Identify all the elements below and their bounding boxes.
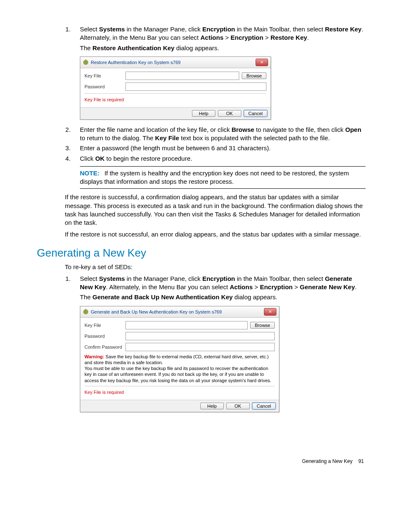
key-file-label: Key File [84, 73, 123, 78]
text: Select [80, 26, 99, 33]
dialog-titlebar: Generate and Back Up New Authentication … [80, 306, 279, 318]
validation-message: Key File is required [84, 93, 266, 105]
warning-text: Save the key backup file to external med… [84, 354, 269, 365]
text: dialog appears. [174, 44, 219, 51]
step-2: Enter the file name and location of the … [72, 126, 366, 143]
help-button[interactable]: Help [200, 403, 224, 409]
key-file-label: Key File [84, 323, 123, 328]
bold: Browse [232, 126, 254, 133]
warning-label: Warning: [84, 354, 104, 359]
bold: Open [345, 126, 361, 133]
text: The [80, 44, 92, 51]
svg-rect-1 [85, 59, 86, 61]
password-input[interactable] [125, 82, 266, 91]
text: dialog appears. [233, 293, 277, 301]
gen-step-1: Select Systems in the Manager Pane, clic… [72, 275, 366, 302]
close-button[interactable]: ✕ [256, 59, 268, 66]
section-intro: To re-key a set of SEDs: [65, 263, 366, 271]
bold: Encryption [260, 283, 292, 290]
text: > [253, 283, 260, 290]
password-label: Password [84, 84, 123, 89]
footer-text: Generating a New Key [302, 458, 353, 464]
text: Enter the file name and location of the … [80, 126, 232, 133]
note-text: If the system is healthy and the encrypt… [80, 170, 349, 185]
note-box: NOTE:If the system is healthy and the en… [80, 166, 366, 189]
bold: Generate and Back Up New Authentication … [92, 293, 233, 301]
warning-block: Warning: Save the key backup file to ext… [84, 354, 275, 383]
bold: Encryption [202, 275, 235, 282]
text: The [80, 293, 92, 301]
app-icon [83, 59, 89, 65]
text: in the Manager Pane, click [125, 275, 202, 282]
confirm-password-input[interactable] [125, 343, 275, 351]
validation-message: Key File is required [84, 386, 275, 397]
note-label: NOTE: [80, 170, 100, 177]
bold: Encryption [202, 26, 235, 33]
bold: Actions [200, 34, 223, 41]
close-icon: ✕ [269, 310, 272, 314]
text: to return to the dialog. The [80, 134, 155, 141]
password-input[interactable] [125, 332, 275, 340]
bold: Restore Key [271, 34, 307, 41]
close-button[interactable]: ✕ [264, 308, 276, 316]
bold: Systems [99, 26, 125, 33]
warning-text: You must be able to use the key backup f… [84, 365, 275, 383]
text: in the Manager Pane, click [125, 26, 202, 33]
text: > [223, 34, 230, 41]
step-4: Click OK to begin the restore procedure. [72, 154, 366, 163]
bold: OK [95, 155, 105, 162]
close-icon: ✕ [260, 60, 263, 64]
cancel-button[interactable]: Cancel [244, 110, 267, 117]
bold: Encryption [230, 34, 263, 41]
svg-rect-3 [85, 309, 86, 311]
cancel-button[interactable]: Cancel [252, 403, 276, 409]
ok-button[interactable]: OK [218, 110, 241, 117]
text: . [307, 34, 309, 41]
generate-key-dialog: Generate and Back Up New Authentication … [80, 306, 279, 412]
restore-auth-key-dialog: Restore Authentication Key on System s76… [80, 57, 271, 120]
step-3: Enter a password (the length must be bet… [72, 144, 366, 152]
browse-button[interactable]: Browse [250, 322, 275, 329]
bold: Actions [230, 283, 253, 290]
dialog-titlebar: Restore Authentication Key on System s76… [80, 57, 271, 68]
step-1: Select Systems in the Manager Pane, clic… [72, 25, 366, 52]
page-footer: Generating a New Key91 [37, 458, 366, 464]
paragraph: If the restore is not successful, an err… [65, 230, 366, 239]
bold: Key File [155, 134, 179, 141]
text: to navigate to the file, then click [254, 126, 345, 133]
confirm-password-label: Confirm Password [84, 344, 123, 350]
text: to begin the restore procedure. [105, 155, 192, 162]
key-file-input[interactable] [125, 321, 248, 329]
text: . [355, 283, 357, 290]
text: > [263, 34, 271, 41]
section-heading: Generating a New Key [37, 247, 366, 260]
text: text box is populated with the selected … [179, 134, 330, 141]
password-label: Password [84, 334, 123, 339]
key-file-input[interactable] [125, 72, 239, 80]
text: Select [80, 275, 99, 282]
paragraph: If the restore is successful, a confirma… [65, 193, 366, 227]
text: . Alternately, in the Menu Bar you can s… [106, 283, 230, 290]
dialog-title-text: Restore Authentication Key on System s76… [91, 60, 181, 65]
text: in the Main Toolbar, then select [235, 275, 325, 282]
bold: Restore Authentication Key [92, 44, 174, 51]
app-icon [83, 309, 89, 315]
dialog-title-text: Generate and Back Up New Authentication … [91, 309, 222, 314]
help-button[interactable]: Help [192, 110, 215, 117]
bold: Restore Key [325, 26, 362, 33]
browse-button[interactable]: Browse [242, 72, 266, 79]
text: > [293, 283, 300, 290]
text: in the Main Toolbar, then select [235, 26, 325, 33]
ok-button[interactable]: OK [226, 403, 250, 409]
text: Click [80, 155, 95, 162]
page-number: 91 [358, 458, 364, 464]
bold: Generate New Key [300, 283, 355, 290]
bold: Systems [99, 275, 125, 282]
